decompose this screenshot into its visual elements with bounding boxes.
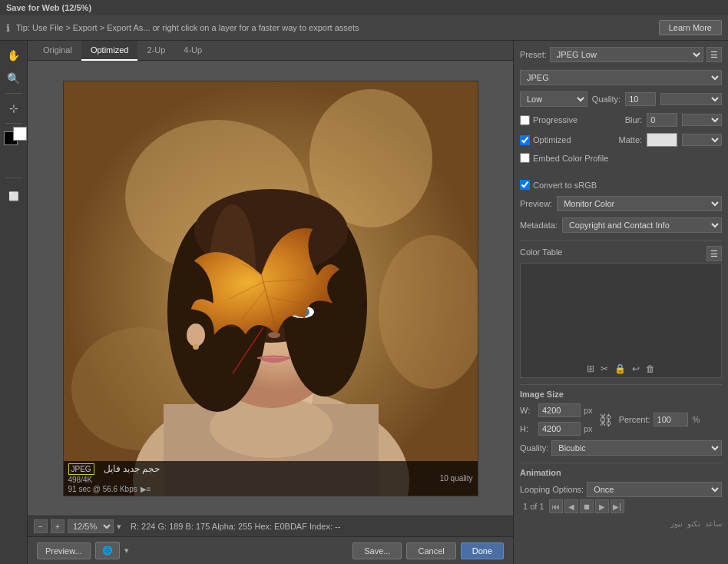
zoom-select[interactable]: 12/5% 25% 50% 100% [68,519,114,533]
slice-tool-button[interactable]: ⬜ [4,186,24,206]
looping-select[interactable]: Once Forever Other... [587,482,722,497]
hand-tool-button[interactable]: ✋ [4,45,24,65]
speed-icon: ▶≡ [141,485,151,493]
embed-color-row: Embed Color Profile [520,153,722,163]
toolbar-divider-1 [5,93,22,94]
color-table-area: ⊞ ✂ 🔒 ↩ 🗑 [520,263,722,378]
left-buttons: Preview... 🌐 ▾ [37,542,129,559]
anim-rewind-button[interactable]: ⏮ [549,499,563,513]
compression-select[interactable]: Low Medium High Very High [520,91,587,107]
learn-more-button[interactable]: Learn More [659,20,722,35]
done-button[interactable]: Done [461,542,504,559]
convert-srgb-label[interactable]: Convert to sRGB [520,180,597,190]
ct-delete-icon[interactable]: 🗑 [646,363,655,374]
ct-undo-icon[interactable]: ↩ [632,363,640,374]
add-button[interactable]: + [51,519,65,533]
blur-arrow[interactable] [682,114,722,126]
center-area: Original Optimized 2-Up 4-Up [28,41,513,564]
toolbar-divider-3 [5,177,22,178]
height-unit: px [584,424,593,433]
ct-cut-icon[interactable]: ✂ [601,363,608,374]
link-constraint-icon[interactable]: ⛓ [599,413,613,429]
preset-select[interactable]: JPEG Low JPEG Medium JPEG High JPEG Maxi… [550,47,703,62]
ct-lock-icon[interactable]: 🔒 [614,363,626,374]
percent-input[interactable] [654,413,688,426]
quality-arrow-select[interactable] [660,93,722,105]
svg-point-16 [193,343,199,350]
watermark-area: نیوز تکنو ساعد [520,518,722,529]
watermark-logo-2: تکنو [687,519,700,528]
tab-original[interactable]: Original [34,41,81,61]
width-input[interactable] [538,403,581,417]
svg-point-15 [187,323,205,347]
zoom-tool-button[interactable]: 🔍 [4,68,24,88]
color-table-title: Color Table [520,247,562,257]
embed-color-checkbox[interactable] [520,153,530,163]
matte-arrow[interactable] [682,134,722,146]
metadata-row: Metadata: Copyright and Contact Info Non… [520,217,722,233]
anim-play-button[interactable]: ▶ [595,499,609,513]
metadata-select[interactable]: Copyright and Contact Info None Copyrigh… [562,217,722,233]
right-buttons: Save... Cancel Done [352,542,504,559]
preview-button[interactable]: Preview... [37,542,91,559]
looping-row: Looping Options: Once Forever Other... [520,482,722,497]
matte-swatch[interactable] [647,133,677,147]
transfer-speed: 91 sec @ 56.6 Kbps [68,485,137,493]
anim-prev-button[interactable]: ◀ [564,499,578,513]
ct-grid-icon[interactable]: ⊞ [587,363,594,374]
quality-info: 10 quality [440,474,473,483]
preview-label: Preview: [520,199,552,208]
tab-optimized[interactable]: Optimized [81,41,138,61]
optimized-matte-row: Optimized Matte: [520,133,722,147]
browser-icon-button[interactable]: 🌐 [95,542,120,559]
subtract-button[interactable]: − [34,519,48,533]
optimized-checkbox-label[interactable]: Optimized [520,135,571,145]
percent-label: Percent: [619,415,650,424]
convert-srgb-row: Convert to sRGB [520,180,722,190]
height-row: H: px [520,422,593,436]
matte-label: Matte: [618,135,642,144]
height-input[interactable] [538,422,581,436]
title-bar: Save for Web (12/5%) [0,0,728,15]
embed-color-label[interactable]: Embed Color Profile [520,153,608,163]
tab-2up[interactable]: 2-Up [137,41,174,61]
watermark-logo-1: نیوز [670,519,683,528]
optimized-label: Optimized [533,135,571,144]
blur-input[interactable] [647,113,677,127]
quality-input[interactable] [625,92,656,106]
svg-point-25 [268,332,280,338]
anim-stop-button[interactable]: ⏹ [580,499,594,513]
height-label: H: [520,424,535,433]
tip-bar: ℹ Tip: Use File > Export > Export As... … [0,15,728,41]
save-button[interactable]: Save... [352,542,402,559]
preview-image [64,81,478,496]
preset-menu-button[interactable]: ☰ [706,47,722,62]
tab-4up[interactable]: 4-Up [174,41,211,61]
convert-srgb-text: Convert to sRGB [533,181,597,190]
quality-label: Quality: [592,95,620,104]
cancel-button[interactable]: Cancel [406,542,455,559]
percent-row: Percent: % [619,413,700,426]
format-select[interactable]: JPEG PNG-8 PNG-24 GIF [520,70,722,85]
background-swatch[interactable] [13,127,27,141]
quality-resample-select[interactable]: Bicubic Bilinear Nearest Neighbor Bicubi… [551,440,722,456]
frame-counter: 1 of 1 [523,502,544,511]
embed-color-text: Embed Color Profile [533,154,608,163]
tabs-bar: Original Optimized 2-Up 4-Up [28,41,513,61]
preset-label: Preset: [520,50,547,59]
color-table-menu-button[interactable]: ☰ [706,246,722,261]
anim-next-button[interactable]: ▶| [611,499,624,513]
info-icon: ℹ [6,22,10,34]
optimized-checkbox[interactable] [520,135,530,145]
progressive-checkbox-label[interactable]: Progressive [520,115,577,125]
color-table-section: Color Table ☰ ⊞ ✂ 🔒 ↩ 🗑 [520,241,722,380]
bottom-buttons-bar: Preview... 🌐 ▾ Save... Cancel Done [28,536,513,564]
progressive-checkbox[interactable] [520,115,530,125]
preview-label: Preview... [45,546,82,556]
eyedropper-tool-button[interactable]: ⊹ [4,98,24,118]
preview-select[interactable]: Monitor Color Legacy Macintosh Internet … [557,196,722,211]
dropdown-arrow: ▾ [124,546,129,556]
zoom-dropdown-arrow: ▾ [117,522,121,532]
convert-srgb-checkbox[interactable] [520,180,530,190]
width-label: W: [520,406,535,415]
